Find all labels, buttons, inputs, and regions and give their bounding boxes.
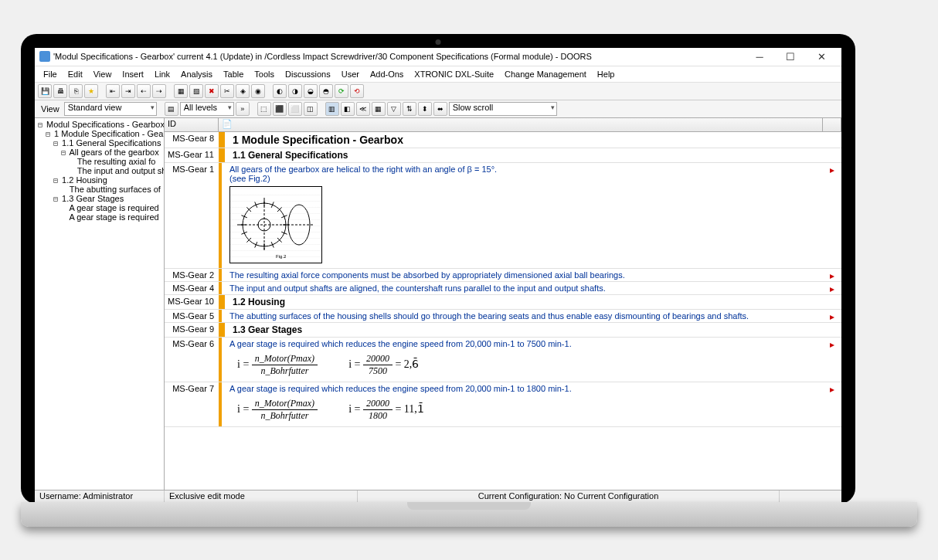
- menu-table[interactable]: Table: [218, 68, 249, 80]
- sort2-icon[interactable]: ⬍: [418, 102, 432, 116]
- object-text[interactable]: All gears of the gearbox are helical to …: [219, 163, 823, 268]
- link-indicator-icon[interactable]: [823, 148, 841, 162]
- sync-icon[interactable]: ⟲: [350, 84, 364, 98]
- link-indicator-icon[interactable]: [823, 295, 841, 309]
- close-button[interactable]: ✕: [806, 48, 837, 65]
- rows-container[interactable]: MS-Gear 81 Module Specification - Gearbo…: [165, 132, 841, 490]
- col-id[interactable]: ID: [165, 118, 219, 131]
- refresh-icon[interactable]: ⟳: [335, 84, 348, 98]
- outline-toggle-icon[interactable]: ▤: [165, 102, 178, 116]
- col-flag[interactable]: [823, 118, 841, 131]
- object-row[interactable]: MS-Gear 7A gear stage is required which …: [165, 382, 841, 427]
- filter-c-icon[interactable]: ≪: [356, 102, 370, 116]
- indent-right-icon[interactable]: ⇥: [121, 84, 135, 98]
- nav-c-icon[interactable]: ⬜: [288, 102, 302, 116]
- sort-icon[interactable]: ⇅: [403, 102, 416, 116]
- filter-a-icon[interactable]: ▥: [325, 102, 339, 116]
- tree-item[interactable]: A gear stage is required: [35, 212, 164, 222]
- col-text[interactable]: 📄: [219, 118, 823, 131]
- menu-link[interactable]: Link: [149, 68, 175, 80]
- indent-left-icon[interactable]: ⇤: [106, 84, 120, 98]
- link-d-icon[interactable]: ◓: [319, 84, 333, 98]
- menu-tools[interactable]: Tools: [249, 68, 280, 80]
- object-row[interactable]: MS-Gear 5The abutting surfaces of the ho…: [165, 310, 841, 323]
- link-indicator-icon[interactable]: [823, 323, 841, 337]
- menu-help[interactable]: Help: [592, 68, 620, 80]
- sort3-icon[interactable]: ⬌: [433, 102, 447, 116]
- menu-discussions[interactable]: Discussions: [280, 68, 336, 80]
- tree-item[interactable]: The abutting surfaces of: [35, 185, 164, 194]
- tree-item[interactable]: The resulting axial fo: [35, 157, 164, 166]
- object-row[interactable]: MS-Gear 6A gear stage is required which …: [165, 338, 841, 382]
- object-text[interactable]: The input and output shafts are aligned,…: [219, 282, 823, 294]
- maximize-button[interactable]: ☐: [775, 48, 806, 65]
- expand-icon[interactable]: »: [236, 102, 250, 116]
- view-select[interactable]: Standard view: [64, 102, 157, 116]
- link-c-icon[interactable]: ◒: [304, 84, 318, 98]
- object-row[interactable]: MS-Gear 101.2 Housing: [165, 295, 841, 310]
- menu-user[interactable]: User: [336, 68, 365, 80]
- outline-tree[interactable]: ⊟ Modul Specifications - Gearbox⊟ 1 Modu…: [35, 118, 165, 490]
- menu-file[interactable]: File: [38, 68, 63, 80]
- funnel-icon[interactable]: ▽: [387, 102, 401, 116]
- link-indicator-icon[interactable]: ▸: [823, 310, 841, 322]
- object-text[interactable]: A gear stage is required which reduces t…: [219, 382, 823, 426]
- tree-item[interactable]: ⊟ 1 Module Specification - Gearbo: [35, 129, 164, 138]
- nav-d-icon[interactable]: ◫: [304, 102, 318, 116]
- link-indicator-icon[interactable]: [823, 132, 841, 148]
- delete-icon[interactable]: ✖: [205, 84, 219, 98]
- tool-b-icon[interactable]: ▧: [189, 84, 203, 98]
- minimize-button[interactable]: ─: [744, 48, 775, 65]
- print-icon[interactable]: 🖶: [53, 84, 67, 98]
- link-indicator-icon[interactable]: ▸: [823, 282, 841, 294]
- favorite-icon[interactable]: ★: [84, 84, 98, 98]
- link-b-icon[interactable]: ◑: [288, 84, 302, 98]
- object-row[interactable]: MS-Gear 1All gears of the gearbox are he…: [165, 163, 841, 269]
- tree-item[interactable]: ⊟ 1.3 Gear Stages: [35, 194, 164, 203]
- cut-icon[interactable]: ✂: [220, 84, 234, 98]
- filter-d-icon[interactable]: ▦: [372, 102, 386, 116]
- object-row[interactable]: MS-Gear 81 Module Specification - Gearbo…: [165, 132, 841, 148]
- outdent-icon[interactable]: ⇠: [137, 84, 151, 98]
- link-indicator-icon[interactable]: ▸: [823, 269, 841, 281]
- object-row[interactable]: MS-Gear 111.1 General Specifications: [165, 148, 841, 163]
- nav-b-icon[interactable]: ⬛: [273, 102, 287, 116]
- save-icon[interactable]: 💾: [38, 84, 52, 98]
- tree-item[interactable]: The input and output sh: [35, 166, 164, 175]
- object-text[interactable]: A gear stage is required which reduces t…: [219, 338, 823, 382]
- tree-item[interactable]: ⊟ 1.1 General Specifications: [35, 138, 164, 148]
- tree-item[interactable]: ⊟ Modul Specifications - Gearbox: [35, 120, 164, 129]
- menu-xtronic-dxl-suite[interactable]: XTRONIC DXL-Suite: [409, 68, 499, 80]
- filter-b-icon[interactable]: ◧: [341, 102, 355, 116]
- tool-a-icon[interactable]: ▦: [174, 84, 188, 98]
- levels-select[interactable]: All levels: [180, 102, 234, 116]
- tree-item[interactable]: ⊟ All gears of the gearbox: [35, 148, 164, 157]
- indent-icon[interactable]: ⇢: [152, 84, 166, 98]
- link-indicator-icon[interactable]: ▸: [823, 338, 841, 382]
- nav-a-icon[interactable]: ⬚: [257, 102, 271, 116]
- object-text[interactable]: 1.2 Housing: [219, 295, 823, 309]
- tree-item[interactable]: ⊟ 1.2 Housing: [35, 175, 164, 185]
- object-text[interactable]: The resulting axial force components mus…: [219, 269, 823, 281]
- menu-add-ons[interactable]: Add-Ons: [365, 68, 409, 80]
- tool-c-icon[interactable]: ◈: [236, 84, 250, 98]
- tree-item[interactable]: A gear stage is required: [35, 203, 164, 212]
- object-text[interactable]: The abutting surfaces of the housing she…: [219, 310, 823, 322]
- object-text[interactable]: 1.1 General Specifications: [219, 148, 823, 162]
- menu-view[interactable]: View: [88, 68, 117, 80]
- object-row[interactable]: MS-Gear 4The input and output shafts are…: [165, 282, 841, 295]
- menu-edit[interactable]: Edit: [63, 68, 88, 80]
- menu-change-management[interactable]: Change Management: [499, 68, 592, 80]
- copy-icon[interactable]: ⎘: [69, 84, 83, 98]
- scroll-select[interactable]: Slow scroll: [449, 102, 557, 116]
- object-row[interactable]: MS-Gear 2The resulting axial force compo…: [165, 269, 841, 282]
- menu-insert[interactable]: Insert: [117, 68, 149, 80]
- object-text[interactable]: 1.3 Gear Stages: [219, 323, 823, 337]
- link-indicator-icon[interactable]: ▸: [823, 382, 841, 426]
- object-row[interactable]: MS-Gear 91.3 Gear Stages: [165, 323, 841, 338]
- tool-d-icon[interactable]: ◉: [251, 84, 265, 98]
- object-text[interactable]: 1 Module Specification - Gearbox: [219, 132, 823, 148]
- link-a-icon[interactable]: ◐: [273, 84, 287, 98]
- link-indicator-icon[interactable]: ▸: [823, 163, 841, 268]
- menu-analysis[interactable]: Analysis: [175, 68, 218, 80]
